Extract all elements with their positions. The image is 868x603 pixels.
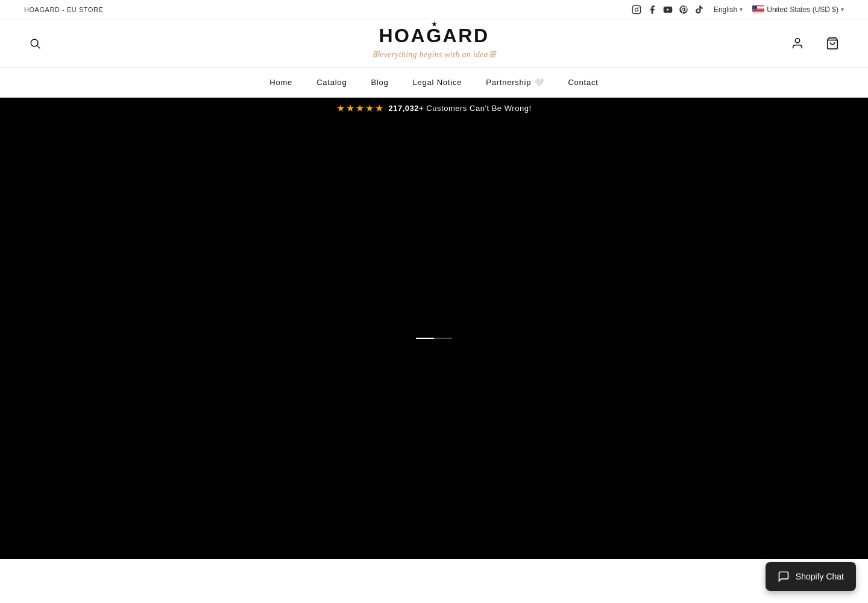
instagram-icon[interactable]: [632, 5, 641, 14]
logo-text: HOAGARD: [379, 26, 489, 45]
search-button[interactable]: [24, 33, 46, 54]
star-3: ★: [356, 103, 364, 114]
header-left: [24, 33, 46, 54]
nav-blog[interactable]: Blog: [371, 78, 388, 87]
chat-bubble-icon: [778, 570, 790, 582]
social-icons: [632, 5, 704, 14]
svg-point-7: [795, 38, 799, 42]
nav-bar: Home Catalog Blog Legal Notice Partnersh…: [0, 68, 868, 98]
star-1: ★: [336, 103, 345, 114]
header-right: [786, 32, 844, 55]
nav-catalog[interactable]: Catalog: [316, 78, 347, 87]
cart-button[interactable]: [821, 32, 844, 55]
svg-rect-0: [632, 5, 640, 13]
chat-button[interactable]: Shopify Chat: [766, 562, 856, 591]
hero-progress-bar: [416, 338, 434, 339]
us-flag-icon: [752, 5, 764, 13]
nav-legal-notice[interactable]: Legal Notice: [413, 78, 462, 87]
nav-contact[interactable]: Contact: [568, 78, 598, 87]
svg-text:ꕥeverything begins with an ide: ꕥeverything begins with an ideaꕥ: [372, 50, 497, 59]
language-label: English: [714, 5, 737, 14]
header: ★ HOAGARD ꕥeverything begins with an ide…: [0, 19, 868, 68]
nav-partnership[interactable]: Partnership 🤍: [486, 78, 544, 87]
rating-stars: ★ ★ ★ ★ ★: [336, 103, 383, 114]
svg-line-5: [37, 45, 40, 48]
currency-label: United States (USD $): [767, 5, 838, 14]
star-5: ★: [375, 103, 383, 114]
svg-point-4: [31, 39, 38, 46]
facebook-icon[interactable]: [647, 5, 657, 14]
logo[interactable]: ★ HOAGARD ꕥeverything begins with an ide…: [338, 26, 530, 61]
top-bar-right: English ▾ United States (USD $) ▾: [632, 5, 844, 14]
below-hero-section: [0, 559, 868, 603]
nav-home[interactable]: Home: [269, 78, 292, 87]
pinterest-icon[interactable]: [679, 5, 688, 14]
tiktok-icon[interactable]: [694, 5, 704, 14]
language-selector[interactable]: English ▾: [714, 5, 743, 14]
svg-point-2: [638, 7, 639, 7]
logo-tagline: ꕥeverything begins with an ideaꕥ: [338, 44, 530, 61]
chat-label: Shopify Chat: [796, 572, 844, 581]
youtube-icon[interactable]: [663, 5, 673, 14]
svg-point-1: [635, 8, 638, 11]
hero-progress-indicator: [416, 338, 452, 339]
currency-chevron: ▾: [841, 6, 844, 13]
promo-banner: ★ ★ ★ ★ ★ 217,032+ Customers Can't Be Wr…: [0, 98, 868, 119]
account-button[interactable]: [786, 32, 809, 55]
store-name: HOAGARD - EU STORE: [24, 6, 103, 13]
top-bar: HOAGARD - EU STORE: [0, 0, 868, 19]
currency-selector[interactable]: United States (USD $) ▾: [752, 5, 844, 14]
hero-section: [0, 119, 868, 559]
star-4: ★: [365, 103, 374, 114]
star-2: ★: [346, 103, 354, 114]
language-chevron: ▾: [740, 6, 743, 13]
banner-text: 217,032+ Customers Can't Be Wrong!: [388, 104, 531, 113]
